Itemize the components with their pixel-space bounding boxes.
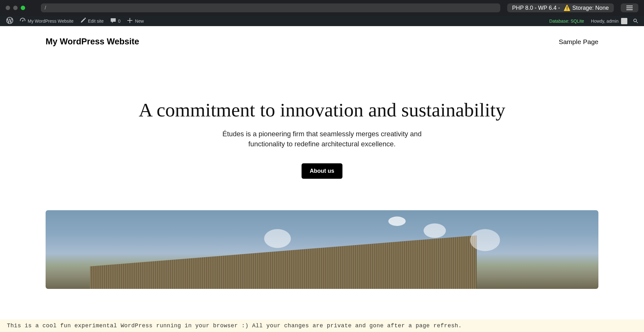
new-text: New — [135, 19, 144, 24]
comments-link[interactable]: 0 — [107, 16, 124, 26]
hero-subtitle: Études is a pioneering firm that seamles… — [206, 129, 438, 149]
pencil-icon — [80, 17, 86, 25]
site-name-text: My WordPress Website — [28, 19, 74, 24]
comment-icon — [110, 17, 116, 25]
traffic-lights — [6, 6, 25, 10]
comments-count: 0 — [118, 19, 121, 24]
close-window-button[interactable] — [6, 6, 10, 10]
site-title[interactable]: My WordPress Website — [46, 37, 139, 47]
hamburger-menu-button[interactable] — [621, 3, 638, 12]
user-account-link[interactable]: Howdy, admin — [588, 18, 630, 24]
footer-notice: This is a cool fun experimental WordPres… — [0, 319, 644, 332]
site-header: My WordPress Website Sample Page — [0, 26, 644, 57]
hero-section: A commitment to innovation and sustainab… — [0, 57, 644, 289]
edit-site-link[interactable]: Edit site — [77, 16, 107, 26]
about-us-button[interactable]: About us — [302, 163, 342, 179]
svg-rect-0 — [626, 6, 633, 6]
environment-badge: PHP 8.0 - WP 6.4 - ⚠️ Storage: None — [507, 3, 614, 12]
howdy-text: Howdy, admin — [591, 19, 619, 24]
new-content-link[interactable]: New — [124, 16, 147, 26]
hero-title: A commitment to innovation and sustainab… — [0, 100, 644, 120]
plus-icon — [127, 17, 133, 25]
hero-image — [46, 210, 598, 289]
wordpress-icon — [6, 17, 13, 25]
dashboard-icon — [19, 17, 26, 25]
svg-rect-2 — [626, 9, 633, 10]
wp-admin-bar: My WordPress Website Edit site 0 New Dat… — [0, 16, 644, 26]
site-nav: Sample Page — [559, 38, 598, 46]
edit-site-text: Edit site — [88, 19, 104, 24]
avatar — [621, 18, 627, 24]
database-label: Database: SQLite — [546, 19, 588, 24]
site-name-link[interactable]: My WordPress Website — [16, 16, 77, 26]
nav-sample-page[interactable]: Sample Page — [559, 38, 598, 45]
url-text: / — [45, 5, 46, 11]
window-titlebar: / PHP 8.0 - WP 6.4 - ⚠️ Storage: None — [0, 0, 644, 16]
search-button[interactable] — [630, 16, 641, 26]
url-bar[interactable]: / — [41, 3, 500, 12]
warning-icon: ⚠️ — [564, 4, 570, 11]
minimize-window-button[interactable] — [13, 6, 18, 10]
search-icon — [633, 18, 639, 24]
maximize-window-button[interactable] — [21, 6, 25, 10]
wp-logo-button[interactable] — [3, 16, 16, 26]
svg-rect-1 — [626, 8, 633, 8]
